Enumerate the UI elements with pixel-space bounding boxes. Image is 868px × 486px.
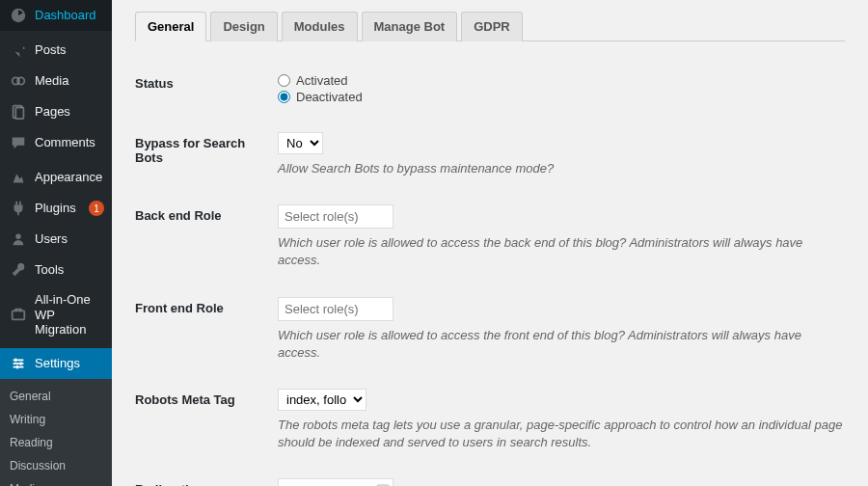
svg-rect-6 xyxy=(14,359,24,361)
sidebar-item-media[interactable]: Media xyxy=(0,66,112,96)
sidebar-item-appearance[interactable]: Appearance xyxy=(0,162,112,193)
update-badge: 1 xyxy=(89,201,104,216)
svg-rect-9 xyxy=(14,358,16,362)
sidebar-item-label: Plugins xyxy=(35,201,79,216)
settings-icon xyxy=(10,355,27,372)
sidebar-item-label: Posts xyxy=(35,42,104,58)
sidebar-item-users[interactable]: Users xyxy=(0,224,112,255)
pages-icon xyxy=(10,103,27,121)
sidebar-item-comments[interactable]: Comments xyxy=(0,127,112,158)
frontend-desc: Which user role is allowed to access the… xyxy=(278,327,845,362)
status-activated-radio[interactable] xyxy=(278,74,290,87)
sidebar-item-pages[interactable]: Pages xyxy=(0,96,112,127)
svg-rect-3 xyxy=(15,108,23,120)
sidebar-item-dashboard[interactable]: Dashboard xyxy=(0,0,112,31)
sidebar-item-label: All-in-One WP Migration xyxy=(35,292,104,338)
appearance-icon xyxy=(10,169,27,186)
backend-role-input[interactable] xyxy=(278,204,393,229)
main-content: GeneralDesignModulesManage BotGDPR Statu… xyxy=(112,0,868,486)
submenu-item-general[interactable]: General xyxy=(0,385,112,408)
sidebar-item-label: Appearance xyxy=(35,170,104,185)
settings-form: Status Activated Deactivated Bypass for … xyxy=(135,61,845,486)
bypass-label: Bypass for Search Bots xyxy=(135,121,278,193)
submenu-item-discussion[interactable]: Discussion xyxy=(0,454,112,477)
sidebar-item-label: Tools xyxy=(35,262,104,278)
sidebar-item-label: Media xyxy=(35,73,104,89)
sidebar-item-label: Settings xyxy=(35,356,104,371)
admin-sidebar: DashboardPostsMediaPagesCommentsAppearan… xyxy=(0,0,112,486)
robots-select[interactable]: index, follow xyxy=(278,389,366,411)
settings-submenu: GeneralWritingReadingDiscussionMediaPerm… xyxy=(0,379,112,486)
sidebar-item-label: Dashboard xyxy=(35,8,104,23)
frontend-label: Front end Role xyxy=(135,285,278,377)
svg-rect-11 xyxy=(16,365,18,369)
svg-rect-5 xyxy=(13,311,25,320)
sidebar-item-all-in-one-wp-migration[interactable]: All-in-One WP Migration xyxy=(0,285,112,344)
submenu-item-media[interactable]: Media xyxy=(0,477,112,486)
robots-label: Robots Meta Tag xyxy=(135,377,278,467)
tab-manage-bot[interactable]: Manage Bot xyxy=(362,12,458,41)
backend-desc: Which user role is allowed to access the… xyxy=(278,234,845,269)
users-icon xyxy=(10,230,27,248)
pin-icon xyxy=(10,41,27,59)
migration-icon xyxy=(10,306,27,323)
sidebar-item-label: Pages xyxy=(35,104,104,120)
sidebar-item-settings[interactable]: Settings xyxy=(0,348,112,379)
status-label: Status xyxy=(135,61,278,121)
robots-desc: The robots meta tag lets you use a granu… xyxy=(278,417,845,451)
plugins-icon xyxy=(10,200,27,217)
tabs-nav: GeneralDesignModulesManage BotGDPR xyxy=(135,12,845,41)
sidebar-item-plugins[interactable]: Plugins1 xyxy=(0,193,112,224)
bypass-desc: Allow Search Bots to bypass maintenance … xyxy=(278,160,845,177)
sidebar-item-label: Users xyxy=(35,231,104,247)
submenu-item-writing[interactable]: Writing xyxy=(0,408,112,431)
redirect-label: Redirection xyxy=(135,467,278,486)
backend-label: Back end Role xyxy=(135,193,278,284)
tab-modules[interactable]: Modules xyxy=(282,12,358,41)
sidebar-item-tools[interactable]: Tools xyxy=(0,255,112,285)
status-activated-label: Activated xyxy=(296,73,347,88)
status-deactivated-radio[interactable] xyxy=(278,91,290,103)
svg-rect-7 xyxy=(14,363,24,364)
tab-design[interactable]: Design xyxy=(210,12,277,41)
frontend-role-input[interactable] xyxy=(278,297,393,321)
svg-rect-10 xyxy=(20,362,22,365)
tab-general[interactable]: General xyxy=(135,12,206,41)
comments-icon xyxy=(10,134,27,151)
status-deactivated-label: Deactivated xyxy=(296,90,363,104)
dashboard-icon xyxy=(10,7,27,24)
bypass-select[interactable]: No xyxy=(278,132,323,154)
sidebar-item-posts[interactable]: Posts xyxy=(0,35,112,66)
svg-point-4 xyxy=(15,234,20,239)
media-icon xyxy=(10,72,27,90)
sidebar-item-label: Comments xyxy=(35,135,104,150)
tab-gdpr[interactable]: GDPR xyxy=(461,12,523,41)
tools-icon xyxy=(10,261,27,279)
submenu-item-reading[interactable]: Reading xyxy=(0,431,112,454)
